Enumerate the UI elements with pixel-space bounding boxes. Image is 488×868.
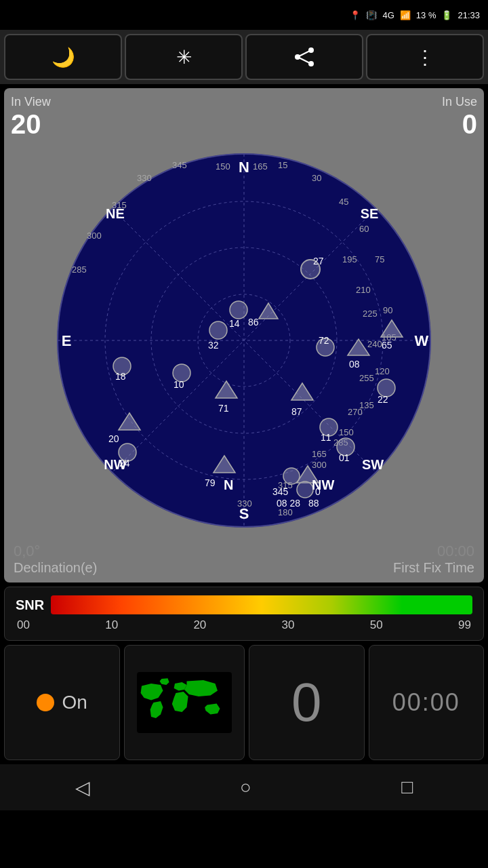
in-view-label: In View <box>11 95 51 109</box>
in-view-block: In View 20 <box>11 95 51 140</box>
night-mode-button[interactable]: 🌙 <box>4 34 122 80</box>
first-fix-label: First Fix Time <box>393 560 474 576</box>
clock: 21:33 <box>458 10 480 20</box>
timer-widget[interactable]: 00:00 <box>369 645 485 760</box>
svg-text:NW: NW <box>312 477 334 492</box>
svg-text:87: 87 <box>291 406 302 417</box>
gps-status-widget[interactable]: On <box>4 645 120 760</box>
timer-display: 00:00 <box>392 688 460 717</box>
snr-bar-row: SNR <box>16 595 472 614</box>
svg-text:SW: SW <box>362 457 384 472</box>
svg-text:20: 20 <box>108 433 119 444</box>
svg-text:75: 75 <box>375 254 384 264</box>
signal-icon: 📶 <box>400 10 411 20</box>
radar-footer: 0,0° Declination(e) 00:00 First Fix Time <box>11 542 477 576</box>
radar-panel: In View 20 In Use 0 N S E W <box>4 88 484 583</box>
in-use-value: 0 <box>462 109 477 140</box>
svg-text:165: 165 <box>253 161 268 172</box>
svg-text:22: 22 <box>378 394 388 405</box>
svg-text:225: 225 <box>363 309 378 319</box>
snr-val-4: 50 <box>370 618 383 632</box>
svg-text:255: 255 <box>359 373 374 383</box>
svg-text:10: 10 <box>174 379 184 390</box>
svg-text:SE: SE <box>361 206 379 221</box>
svg-text:285: 285 <box>72 264 87 275</box>
share-button[interactable] <box>245 34 363 80</box>
svg-text:210: 210 <box>356 285 371 295</box>
svg-text:270: 270 <box>348 407 363 417</box>
snr-val-5: 99 <box>458 618 471 632</box>
network-label: 4G <box>382 10 394 20</box>
snr-gradient <box>51 595 472 614</box>
svg-text:345: 345 <box>172 160 187 170</box>
svg-text:120: 120 <box>375 366 390 376</box>
world-map-widget[interactable] <box>124 645 245 760</box>
svg-text:330: 330 <box>137 173 152 183</box>
svg-text:30: 30 <box>312 173 321 183</box>
svg-text:W: W <box>415 332 429 349</box>
status-text: On <box>62 692 87 713</box>
more-options-button[interactable]: ⋮ <box>366 34 484 80</box>
svg-text:11: 11 <box>321 432 331 443</box>
snr-val-0: 00 <box>17 618 30 632</box>
bottom-widgets: On 0 <box>4 645 484 760</box>
toolbar: 🌙 ✳ ⋮ <box>0 30 488 84</box>
radar-header: In View 20 In Use 0 <box>11 95 477 140</box>
battery-icon: 🔋 <box>441 10 452 20</box>
first-fix-value: 00:00 <box>393 542 474 560</box>
satellite-counter-widget[interactable]: 0 <box>249 645 365 760</box>
svg-point-54 <box>230 301 247 319</box>
svg-text:24: 24 <box>119 458 130 469</box>
svg-text:165: 165 <box>312 449 327 459</box>
svg-text:150: 150 <box>339 427 354 437</box>
svg-text:71: 71 <box>218 403 229 414</box>
declination-block: 0,0° Declination(e) <box>14 542 97 576</box>
snr-panel: SNR 00 10 20 30 50 99 <box>4 587 484 641</box>
in-use-label: In Use <box>442 95 477 109</box>
svg-text:240: 240 <box>367 339 382 349</box>
svg-text:90: 90 <box>383 305 392 315</box>
svg-text:345: 345 <box>272 486 289 497</box>
svg-text:08 28: 08 28 <box>277 498 300 509</box>
svg-text:315: 315 <box>112 200 127 210</box>
declination-label: Declination(e) <box>14 560 97 576</box>
status-indicator <box>37 694 54 711</box>
svg-text:15: 15 <box>278 160 287 170</box>
snr-val-3: 30 <box>282 618 295 632</box>
svg-text:E: E <box>62 332 72 349</box>
recents-button[interactable]: □ <box>401 776 413 798</box>
satellite-count: 0 <box>291 671 322 734</box>
star-button[interactable]: ✳ <box>125 34 243 80</box>
svg-text:300: 300 <box>312 460 327 470</box>
snr-numbers: 00 10 20 30 50 99 <box>16 618 472 632</box>
vibrate-icon: 📳 <box>366 10 377 20</box>
battery-label: 13 % <box>416 10 436 20</box>
svg-text:86: 86 <box>248 317 259 328</box>
home-button[interactable]: ○ <box>240 776 251 798</box>
nav-bar: ◁ ○ □ <box>0 764 488 810</box>
svg-text:150: 150 <box>216 161 230 172</box>
svg-text:88: 88 <box>308 498 319 509</box>
svg-text:14: 14 <box>229 318 240 329</box>
svg-text:195: 195 <box>342 254 357 264</box>
location-icon: 📍 <box>350 10 361 20</box>
radar-circle-container: N S E W NE SE NW SW 345 15 30 45 60 75 3… <box>47 144 441 537</box>
svg-text:79: 79 <box>205 477 216 488</box>
back-button[interactable]: ◁ <box>75 776 90 799</box>
svg-point-88 <box>297 481 313 498</box>
svg-text:72: 72 <box>319 335 329 346</box>
svg-line-4 <box>298 57 311 64</box>
svg-text:45: 45 <box>339 197 348 207</box>
snr-val-1: 10 <box>105 618 118 632</box>
declination-value: 0,0° <box>14 542 97 560</box>
svg-text:N: N <box>224 477 233 492</box>
world-map <box>137 672 232 733</box>
svg-text:32: 32 <box>208 340 219 351</box>
svg-text:330: 330 <box>237 498 252 509</box>
svg-text:01: 01 <box>339 452 350 463</box>
svg-text:180: 180 <box>278 507 293 517</box>
svg-text:65: 65 <box>382 340 392 351</box>
svg-text:08: 08 <box>349 359 360 370</box>
svg-text:N: N <box>239 159 249 176</box>
first-fix-block: 00:00 First Fix Time <box>393 542 474 576</box>
